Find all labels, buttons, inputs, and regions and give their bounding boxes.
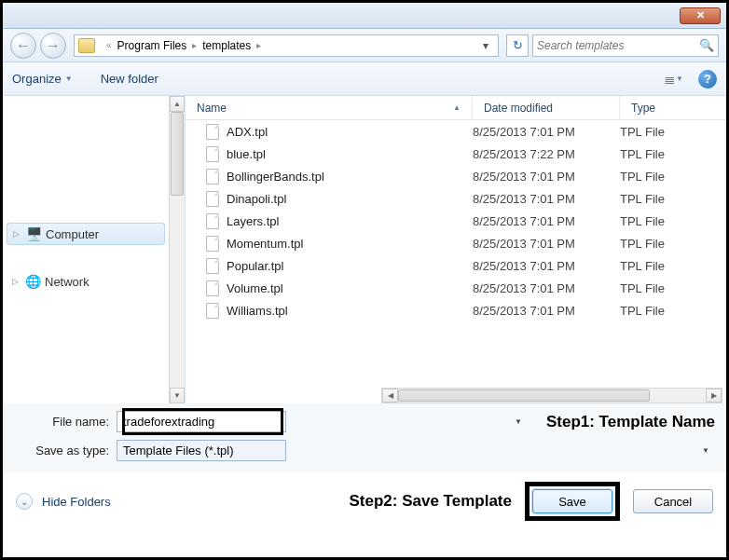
save-button[interactable]: Save xyxy=(532,489,612,513)
saveastype-dropdown-icon[interactable]: ▼ xyxy=(697,441,714,460)
file-row[interactable]: Layers.tpl8/25/2013 7:01 PMTPL File xyxy=(186,210,726,232)
tree-scrollbar[interactable]: ▲ ▼ xyxy=(169,96,185,403)
tree-item-computer[interactable]: ▷ 🖥️ Computer xyxy=(7,223,165,245)
cancel-button[interactable]: Cancel xyxy=(633,489,713,513)
file-list-pane: Name ▲ Date modified Type ADX.tpl8/25/20… xyxy=(186,96,726,403)
column-header-row: Name ▲ Date modified Type xyxy=(186,96,726,120)
search-input[interactable] xyxy=(537,39,699,52)
chevron-down-icon: ▼ xyxy=(65,75,73,83)
hide-folders-link[interactable]: Hide Folders xyxy=(42,495,111,509)
file-name: BollingerBands.tpl xyxy=(227,170,324,184)
breadcrumb-program-files[interactable]: Program Files xyxy=(117,39,187,52)
file-icon xyxy=(206,280,219,296)
file-hscrollbar[interactable]: ◀ ▶ xyxy=(381,388,722,403)
tree-item-network[interactable]: ▷ 🌐 Network xyxy=(7,271,165,292)
scroll-up-button[interactable]: ▲ xyxy=(170,96,185,112)
organize-label: Organize xyxy=(12,72,62,86)
annotation-step1: Step1: Template Name xyxy=(546,413,715,431)
organize-menu[interactable]: Organize ▼ xyxy=(12,72,73,86)
search-icon[interactable]: 🔍 xyxy=(699,38,714,52)
navigation-pane: ▷ 🖥️ Computer ▷ 🌐 Network ▲ ▼ xyxy=(3,96,186,403)
file-date: 8/25/2013 7:01 PM xyxy=(473,125,620,139)
file-icon xyxy=(206,169,219,184)
scroll-thumb[interactable] xyxy=(398,389,650,402)
expand-icon[interactable]: ▷ xyxy=(13,229,22,239)
file-type: TPL File xyxy=(620,192,726,206)
file-date: 8/25/2013 7:22 PM xyxy=(473,147,620,161)
file-list: ADX.tpl8/25/2013 7:01 PMTPL Fileblue.tpl… xyxy=(186,120,726,387)
refresh-button[interactable]: ↻ xyxy=(506,34,529,57)
scroll-down-button[interactable]: ▼ xyxy=(170,388,185,403)
nav-bar: ← → « Program Files ▸ templates ▸ ▾ ↻ 🔍 xyxy=(3,29,726,62)
file-name: Layers.tpl xyxy=(227,214,279,228)
file-row[interactable]: Volume.tpl8/25/2013 7:01 PMTPL File xyxy=(186,277,726,299)
file-icon xyxy=(206,258,219,274)
file-name: Williams.tpl xyxy=(227,304,288,318)
breadcrumb-templates[interactable]: templates xyxy=(202,39,251,52)
network-icon: 🌐 xyxy=(25,274,41,289)
file-name: ADX.tpl xyxy=(227,125,268,139)
sort-asc-icon: ▲ xyxy=(453,103,461,112)
expand-icon[interactable]: ▷ xyxy=(12,277,21,286)
file-name: Dinapoli.tpl xyxy=(227,192,286,206)
search-box[interactable]: 🔍 xyxy=(532,34,719,57)
column-header-type[interactable]: Type xyxy=(620,96,726,119)
saveastype-label: Save as type: xyxy=(14,444,117,458)
folder-icon xyxy=(78,38,95,53)
column-header-date[interactable]: Date modified xyxy=(473,96,620,119)
save-form: File name: ▼ Step1: Template Name Save a… xyxy=(3,403,726,472)
file-date: 8/25/2013 7:01 PM xyxy=(473,259,620,273)
view-options-button[interactable]: ≣ ▼ xyxy=(664,71,683,88)
file-type: TPL File xyxy=(620,147,726,161)
file-type: TPL File xyxy=(620,170,726,184)
forward-button[interactable]: → xyxy=(40,33,66,59)
tree-label: Computer xyxy=(46,227,99,241)
file-row[interactable]: Williams.tpl8/25/2013 7:01 PMTPL File xyxy=(186,299,726,321)
file-row[interactable]: Momentum.tpl8/25/2013 7:01 PMTPL File xyxy=(186,232,726,254)
file-row[interactable]: Popular.tpl8/25/2013 7:01 PMTPL File xyxy=(186,254,726,277)
file-name: blue.tpl xyxy=(227,147,266,161)
filename-dropdown-icon[interactable]: ▼ xyxy=(510,412,527,431)
scroll-track[interactable] xyxy=(170,112,185,388)
file-name: Volume.tpl xyxy=(227,281,283,295)
file-type: TPL File xyxy=(620,259,726,273)
file-type: TPL File xyxy=(620,125,726,139)
file-type: TPL File xyxy=(620,304,726,318)
address-bar[interactable]: « Program Files ▸ templates ▸ ▾ xyxy=(74,34,499,57)
file-icon xyxy=(206,236,219,252)
help-button[interactable]: ? xyxy=(698,70,717,89)
bottom-bar: ⌄ Hide Folders Step2: Save Template Save… xyxy=(3,472,726,532)
file-row[interactable]: Dinapoli.tpl8/25/2013 7:01 PMTPL File xyxy=(186,187,726,210)
file-date: 8/25/2013 7:01 PM xyxy=(473,304,620,318)
main-area: ▷ 🖥️ Computer ▷ 🌐 Network ▲ ▼ Name ▲ Dat… xyxy=(3,96,726,403)
saveastype-select[interactable] xyxy=(117,440,286,461)
file-date: 8/25/2013 7:01 PM xyxy=(473,192,620,206)
scroll-track[interactable] xyxy=(398,389,706,403)
annotation-highlight-save: Save xyxy=(525,482,620,521)
file-type: TPL File xyxy=(620,281,726,295)
scroll-right-button[interactable]: ▶ xyxy=(706,389,722,403)
filename-input[interactable] xyxy=(117,411,286,432)
file-icon xyxy=(206,124,219,140)
hide-folders-toggle-icon[interactable]: ⌄ xyxy=(16,493,33,510)
scroll-thumb[interactable] xyxy=(171,112,184,196)
scroll-left-button[interactable]: ◀ xyxy=(382,389,398,403)
breadcrumb-overflow-icon[interactable]: « xyxy=(106,40,112,50)
close-button[interactable]: ✕ xyxy=(680,7,721,24)
address-dropdown-icon[interactable]: ▾ xyxy=(477,39,494,52)
annotation-step2: Step2: Save Template xyxy=(350,492,512,511)
file-icon xyxy=(206,303,219,319)
file-type: TPL File xyxy=(620,214,726,228)
file-row[interactable]: BollingerBands.tpl8/25/2013 7:01 PMTPL F… xyxy=(186,165,726,187)
file-name: Popular.tpl xyxy=(227,259,283,273)
back-button[interactable]: ← xyxy=(10,33,36,59)
new-folder-button[interactable]: New folder xyxy=(101,72,158,86)
chevron-down-icon: ▼ xyxy=(676,75,683,83)
column-label: Name xyxy=(197,102,227,115)
file-date: 8/25/2013 7:01 PM xyxy=(473,281,620,295)
file-date: 8/25/2013 7:01 PM xyxy=(473,170,620,184)
breadcrumb-sep-icon: ▸ xyxy=(256,40,261,50)
file-row[interactable]: blue.tpl8/25/2013 7:22 PMTPL File xyxy=(186,143,726,165)
file-row[interactable]: ADX.tpl8/25/2013 7:01 PMTPL File xyxy=(186,120,726,143)
column-header-name[interactable]: Name ▲ xyxy=(186,96,473,119)
